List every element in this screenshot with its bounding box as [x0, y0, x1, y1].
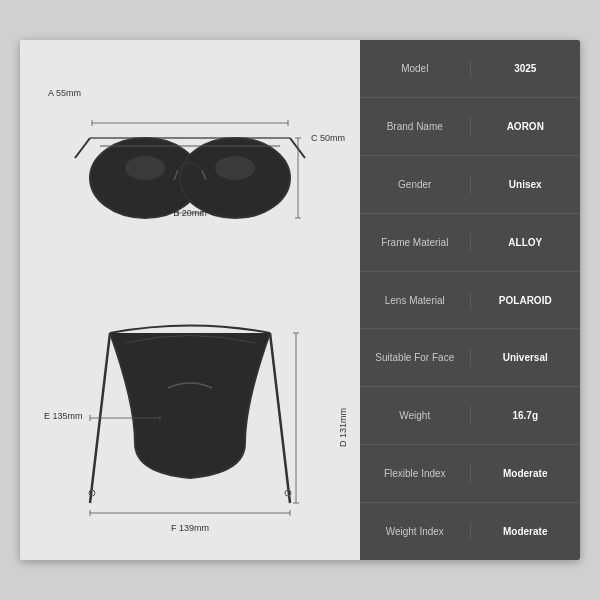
spec-value: Moderate	[471, 522, 581, 541]
spec-label: Weight	[360, 406, 471, 425]
spec-label: Gender	[360, 175, 471, 194]
spec-label: Frame Material	[360, 233, 471, 252]
spec-label: Model	[360, 59, 471, 78]
spec-value: Universal	[471, 348, 581, 367]
spec-row: Weight IndexModerate	[360, 503, 580, 560]
spec-label: Lens Material	[360, 291, 471, 310]
spec-value: Moderate	[471, 464, 581, 483]
dim-d-label: D 131mm	[338, 408, 348, 447]
svg-line-1	[75, 138, 90, 158]
spec-label: Flexible Index	[360, 464, 471, 483]
svg-point-9	[215, 156, 255, 180]
svg-line-2	[290, 138, 305, 158]
spec-row: Suitable For FaceUniversal	[360, 329, 580, 387]
spec-value: Unisex	[471, 175, 581, 194]
spec-value: POLAROID	[471, 291, 581, 310]
svg-line-20	[270, 333, 290, 503]
spec-value: 3025	[471, 59, 581, 78]
spec-row: Lens MaterialPOLAROID	[360, 272, 580, 330]
spec-value: ALLOY	[471, 233, 581, 252]
spec-row: Weight16.7g	[360, 387, 580, 445]
specs-panel: Model3025Brand NameAORONGenderUnisexFram…	[360, 40, 580, 560]
spec-row: Flexible IndexModerate	[360, 445, 580, 503]
dim-b-label: B 20mm	[173, 208, 207, 218]
bottom-glasses-svg	[80, 323, 300, 523]
bottom-view-container: E 135mm D 131mm F 139mm	[30, 303, 350, 543]
diagram-panel: A 55mm B 20mm C 50mm	[20, 40, 360, 560]
spec-row: Brand NameAORON	[360, 98, 580, 156]
spec-label: Weight Index	[360, 522, 471, 541]
svg-point-8	[125, 156, 165, 180]
spec-row: Frame MaterialALLOY	[360, 214, 580, 272]
spec-label: Suitable For Face	[360, 348, 471, 367]
spec-row: GenderUnisex	[360, 156, 580, 214]
dim-c-label: C 50mm	[311, 133, 345, 143]
spec-value: 16.7g	[471, 406, 581, 425]
product-card: A 55mm B 20mm C 50mm	[20, 40, 580, 560]
spec-value: AORON	[471, 117, 581, 136]
dim-a-label: A 55mm	[48, 88, 81, 98]
top-glasses-svg	[70, 108, 310, 248]
spec-row: Model3025	[360, 40, 580, 98]
dim-f-label: F 139mm	[171, 523, 209, 533]
top-view-container: A 55mm B 20mm C 50mm	[30, 68, 350, 288]
dim-e-label: E 135mm	[44, 411, 83, 421]
spec-label: Brand Name	[360, 117, 471, 136]
